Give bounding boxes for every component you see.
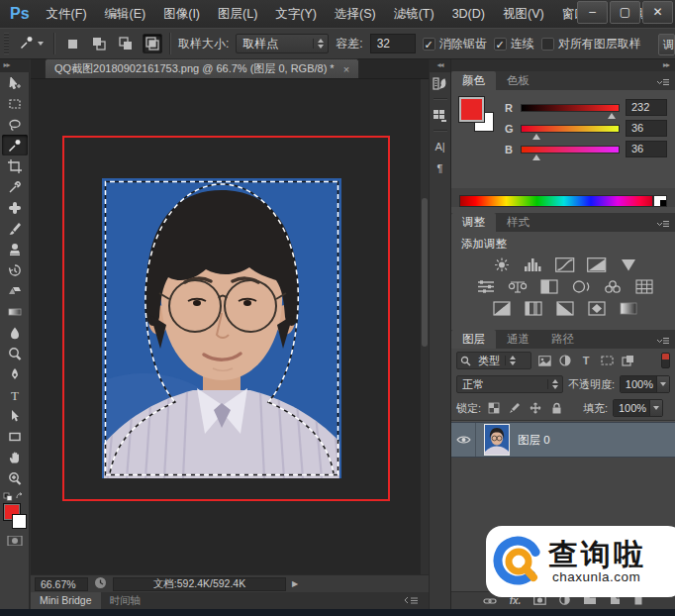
adjustment-posterize-icon[interactable] (523, 300, 544, 316)
character-panel-icon[interactable]: A| (431, 136, 450, 157)
tool-clone-stamp[interactable] (2, 239, 28, 259)
layer-thumbnail[interactable] (484, 424, 510, 456)
chevron-down-icon[interactable] (656, 376, 669, 392)
collapse-chevron-icon[interactable]: ▸▸ (0, 59, 30, 72)
layer-filtering-toggle[interactable] (661, 353, 670, 368)
blend-mode-select[interactable]: 正常 (456, 375, 563, 393)
adjustment-curves-icon[interactable] (554, 257, 576, 272)
selection-mode-add-button[interactable] (89, 34, 109, 53)
checkbox-checked-icon[interactable]: ✓ (423, 38, 435, 51)
tool-magic-wand[interactable] (2, 135, 28, 155)
tool-type[interactable]: T (2, 384, 28, 405)
menu-filter[interactable]: 滤镜(T) (385, 0, 443, 28)
tool-crop[interactable] (2, 155, 28, 176)
tool-eyedropper[interactable] (2, 176, 28, 197)
selection-mode-new-button[interactable] (62, 34, 82, 53)
tool-path-selection[interactable] (2, 405, 28, 426)
lock-image-pixels-icon[interactable] (507, 402, 523, 414)
tab-layers[interactable]: 图层 (451, 330, 496, 349)
filter-type-layers-icon[interactable]: T (578, 355, 594, 366)
red-slider[interactable] (521, 104, 620, 112)
adjustment-color-lookup-icon[interactable] (633, 278, 655, 294)
panel-menu-icon[interactable] (404, 594, 419, 608)
panel-menu-icon[interactable] (655, 76, 670, 90)
adjustment-exposure-icon[interactable] (586, 257, 608, 272)
blue-slider[interactable] (521, 146, 620, 154)
document-tab[interactable]: QQ截图20180902161753.png @ 66.7% (图层 0, RG… (45, 58, 359, 78)
layer-row-0[interactable]: 图层 0 (451, 422, 675, 458)
panel-menu-icon[interactable] (655, 335, 670, 349)
adjustment-levels-icon[interactable] (523, 257, 544, 272)
menu-file[interactable]: 文件(F) (38, 0, 96, 28)
filter-adjustment-layers-icon[interactable] (557, 355, 573, 366)
adjustment-black-white-icon[interactable] (538, 278, 560, 294)
tab-adjustments[interactable]: 调整 (451, 213, 496, 232)
menu-select[interactable]: 选择(S) (326, 0, 385, 28)
adjustment-invert-icon[interactable] (491, 300, 513, 316)
tool-preset-picker[interactable] (16, 33, 47, 55)
lock-all-icon[interactable] (548, 402, 564, 414)
tool-pen[interactable] (2, 363, 28, 384)
chevron-down-icon[interactable] (649, 400, 662, 416)
red-value-field[interactable]: 232 (626, 99, 667, 116)
checkbox-unchecked-icon[interactable] (541, 38, 554, 51)
filter-shape-layers-icon[interactable] (599, 356, 615, 365)
blue-value-field[interactable]: 36 (626, 141, 667, 157)
tool-rectangular-marquee[interactable] (2, 93, 28, 114)
background-color-swatch[interactable] (12, 514, 27, 529)
tool-spot-healing-brush[interactable] (2, 197, 28, 218)
slider-thumb[interactable] (532, 134, 540, 140)
swap-colors-icon[interactable] (3, 491, 27, 501)
tab-styles[interactable]: 样式 (496, 213, 540, 232)
refine-edge-button-partial[interactable]: 调整 (658, 34, 675, 55)
lock-position-icon[interactable] (528, 402, 543, 414)
photo-image[interactable] (102, 178, 341, 478)
filter-type-select[interactable]: 类型 (456, 352, 531, 369)
tool-blur[interactable] (2, 322, 28, 343)
canvas-vertical-scrollbar[interactable] (421, 79, 429, 574)
selection-mode-subtract-button[interactable] (116, 34, 136, 53)
tool-brush[interactable] (2, 218, 28, 239)
collapse-chevron-icon[interactable]: ▸▸ (451, 59, 675, 71)
opacity-field[interactable]: 100% (620, 375, 670, 393)
tab-timeline[interactable]: 时间轴 (101, 592, 150, 609)
menu-type[interactable]: 文字(Y) (266, 0, 326, 28)
mini-bridge-panel-icon[interactable] (431, 104, 450, 126)
maximize-button[interactable]: ▢ (610, 1, 640, 24)
slider-thumb[interactable] (608, 113, 616, 119)
adjustment-photo-filter-icon[interactable] (570, 278, 592, 294)
tab-color[interactable]: 颜色 (451, 71, 496, 90)
checkbox-checked-icon[interactable]: ✓ (494, 38, 507, 51)
close-button[interactable]: ✕ (642, 1, 673, 24)
adjustment-channel-mixer-icon[interactable] (602, 278, 624, 294)
menu-layer[interactable]: 图层(L) (209, 0, 266, 28)
canvas-area[interactable] (31, 79, 429, 574)
adjustment-hue-saturation-icon[interactable] (475, 278, 497, 294)
spectrum-endcap[interactable] (653, 195, 667, 207)
zoom-level-field[interactable]: 66.67% (35, 577, 88, 591)
menu-view[interactable]: 视图(V) (494, 0, 553, 28)
adjustment-selective-color-icon[interactable] (586, 300, 608, 316)
tab-paths[interactable]: 路径 (540, 330, 585, 349)
color-spectrum-ramp[interactable] (459, 195, 653, 207)
history-panel-icon[interactable] (431, 72, 450, 94)
tool-history-brush[interactable] (2, 259, 28, 280)
tool-eraser[interactable] (2, 280, 28, 301)
panel-menu-icon[interactable] (655, 218, 670, 232)
tool-dodge[interactable] (2, 343, 28, 363)
tab-channels[interactable]: 通道 (496, 330, 540, 349)
status-flyout-arrow-icon[interactable]: ▶ (292, 579, 298, 588)
tool-gradient[interactable] (2, 301, 28, 322)
tab-swatches[interactable]: 色板 (496, 71, 540, 90)
tool-move[interactable] (2, 72, 28, 93)
adjustment-gradient-map-icon[interactable] (618, 300, 639, 316)
filter-smart-objects-icon[interactable] (620, 355, 635, 366)
adjustment-color-balance-icon[interactable] (507, 278, 529, 294)
fill-field[interactable]: 100% (613, 399, 663, 417)
green-slider[interactable] (521, 125, 620, 133)
tool-lasso[interactable] (2, 114, 28, 135)
selection-mode-intersect-button[interactable] (143, 34, 162, 53)
filter-pixel-layers-icon[interactable] (536, 356, 552, 366)
adjustment-vibrance-icon[interactable] (618, 257, 639, 272)
menu-image[interactable]: 图像(I) (154, 0, 209, 28)
